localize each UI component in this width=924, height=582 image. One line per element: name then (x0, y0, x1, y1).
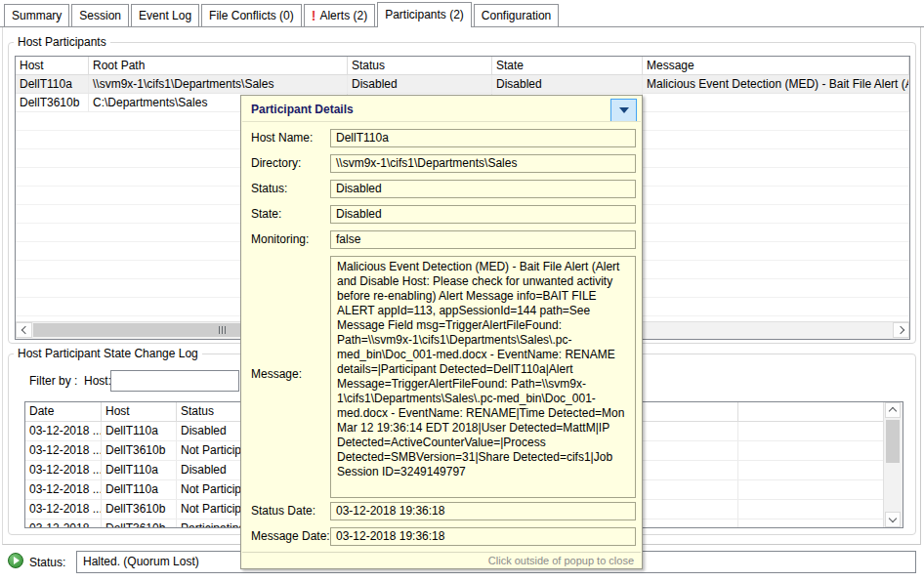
tab-label: Configuration (482, 6, 551, 26)
tab-session[interactable]: Session (71, 4, 129, 26)
status-date-label: Status Date: (251, 502, 315, 520)
tab-alerts[interactable]: ! Alerts (2) (304, 4, 375, 26)
tab-label: Event Log (139, 6, 191, 26)
popup-title: Participant Details (251, 103, 354, 116)
cell-message: Malicious Event Detection (MED) - Bait F… (643, 75, 909, 93)
cell-host: DellT110a (16, 75, 89, 93)
chevron-down-icon (619, 107, 629, 113)
host-participants-header-row: Host Root Path Status State Message (16, 57, 909, 75)
table-row[interactable]: DellT110a \\svm9x-1\cifs1\Departments\Sa… (16, 75, 909, 94)
cell-extra (738, 422, 903, 440)
directory-field: \\svm9x-1\cifs1\Departments\Sales (330, 154, 636, 173)
play-triangle-icon (14, 557, 20, 564)
popup-footer-divider (242, 552, 641, 553)
cell-state: Disabled (492, 75, 643, 93)
message-date-field: 03-12-2018 19:36:18 (330, 527, 636, 546)
scroll-down-button[interactable] (885, 512, 901, 527)
tab-file-conflicts[interactable]: File Conflicts (0) (201, 4, 302, 26)
cell-extra (738, 461, 903, 479)
message-label: Message: (251, 365, 302, 384)
column-header-host[interactable]: Host (102, 402, 177, 421)
popup-header-divider (242, 121, 641, 122)
column-header-root-path[interactable]: Root Path (89, 57, 348, 74)
cell-extra (738, 480, 903, 499)
status-field: Disabled (330, 180, 636, 198)
tab-label: Participants (2) (385, 5, 464, 25)
column-header-state[interactable]: State (492, 57, 643, 74)
popup-close-hint: Click outside of popup to close (488, 555, 634, 566)
column-header-host[interactable]: Host (16, 57, 89, 74)
chevron-left-icon (21, 326, 28, 334)
cell-message (643, 94, 909, 111)
scroll-up-button[interactable] (885, 402, 901, 418)
cell-date: 03-12-2018 ... (25, 480, 102, 499)
tab-label: Alerts (2) (319, 6, 367, 26)
tab-event-log[interactable]: Event Log (131, 4, 199, 26)
tab-participants[interactable]: Participants (2) (377, 2, 472, 27)
directory-label: Directory: (251, 154, 301, 173)
cell-date: 03-12-2018 ... (25, 441, 102, 460)
cell-extra (738, 520, 903, 528)
monitoring-label: Monitoring: (251, 230, 309, 249)
popup-dropdown-button[interactable] (610, 99, 637, 122)
vertical-scrollbar[interactable] (883, 402, 903, 527)
participant-details-popup: Participant Details Host Name: DellT110a… (240, 95, 643, 569)
column-header-date[interactable]: Date (25, 402, 102, 421)
tab-summary[interactable]: Summary (4, 4, 69, 26)
state-change-log-title: Host Participant State Change Log (14, 347, 202, 360)
chevron-right-icon (896, 326, 903, 334)
status-play-icon (8, 553, 23, 568)
scroll-left-button[interactable] (16, 322, 32, 338)
cell-extra (738, 500, 903, 519)
cell-date: 03-12-2018 ... (25, 461, 102, 479)
cell-date: 03-12-2018 ... (25, 500, 102, 519)
cell-host: DellT110a (102, 480, 177, 499)
status-label: Status: (29, 551, 65, 574)
cell-extra (738, 441, 903, 460)
monitoring-field: false (330, 230, 636, 249)
cell-host: DellT110a (102, 461, 177, 479)
host-filter-label: Host: (84, 370, 111, 392)
cell-date: 03-12-2018 ... (25, 422, 102, 440)
tab-label: Summary (12, 6, 62, 26)
message-field: Malicious Event Detection (MED) - Bait F… (330, 256, 636, 498)
filter-by-label: Filter by : (29, 370, 77, 392)
alert-exclamation-icon: ! (312, 10, 316, 21)
cell-host: DellT3610b (102, 500, 177, 519)
column-header-extra[interactable] (738, 402, 903, 421)
tab-label: File Conflicts (0) (209, 6, 294, 26)
host-name-label: Host Name: (251, 129, 313, 147)
tab-bar: Summary Session Event Log File Conflicts… (0, 0, 924, 27)
message-date-label: Message Date: (251, 527, 330, 546)
chevron-down-icon (889, 515, 897, 522)
tab-configuration[interactable]: Configuration (474, 4, 559, 26)
host-participants-title: Host Participants (14, 35, 110, 49)
cell-host: DellT110a (102, 422, 177, 440)
column-header-status[interactable]: Status (348, 57, 492, 74)
scrollbar-thumb[interactable] (886, 420, 900, 463)
cell-root-path: \\svm9x-1\cifs1\Departments\Sales (89, 75, 348, 93)
state-label: State: (251, 205, 281, 224)
host-filter-input[interactable] (110, 370, 239, 392)
tab-label: Session (79, 6, 121, 26)
chevron-up-icon (889, 407, 897, 415)
cell-host: DellT3610b (102, 520, 177, 528)
column-header-message[interactable]: Message (643, 57, 909, 74)
state-field: Disabled (330, 205, 636, 224)
status-label: Status: (251, 180, 287, 198)
cell-host: DellT3610b (102, 441, 177, 460)
cell-date: 03-12-2018 ... (25, 520, 102, 528)
cell-status: Disabled (348, 75, 492, 93)
scroll-right-button[interactable] (893, 322, 909, 338)
scrollbar-grip-icon (219, 326, 227, 334)
host-name-field: DellT110a (330, 129, 636, 147)
cell-host: DellT3610b (16, 94, 89, 111)
status-date-field: 03-12-2018 19:36:18 (330, 502, 636, 520)
